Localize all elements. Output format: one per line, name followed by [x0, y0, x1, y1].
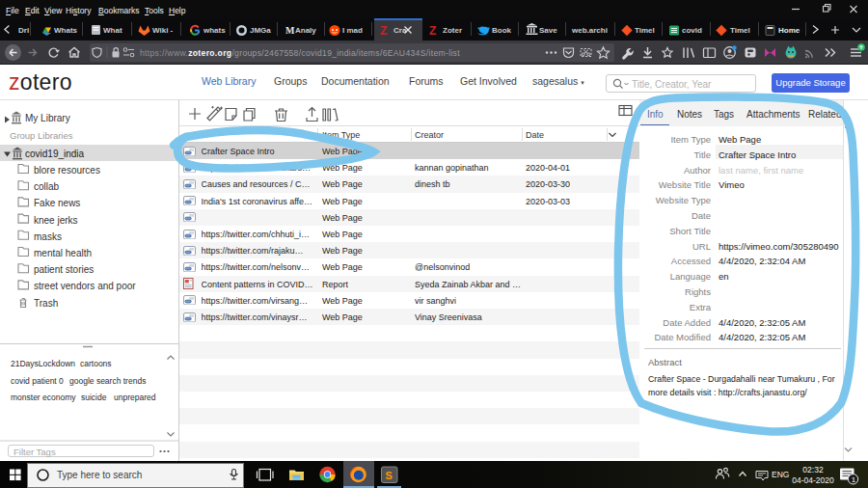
svg-text:S: S	[386, 470, 393, 481]
svg-text:M: M	[285, 25, 295, 36]
svg-text:1: 1	[852, 475, 856, 484]
svg-text:Z: Z	[380, 24, 387, 38]
svg-text:Z: Z	[429, 24, 436, 38]
